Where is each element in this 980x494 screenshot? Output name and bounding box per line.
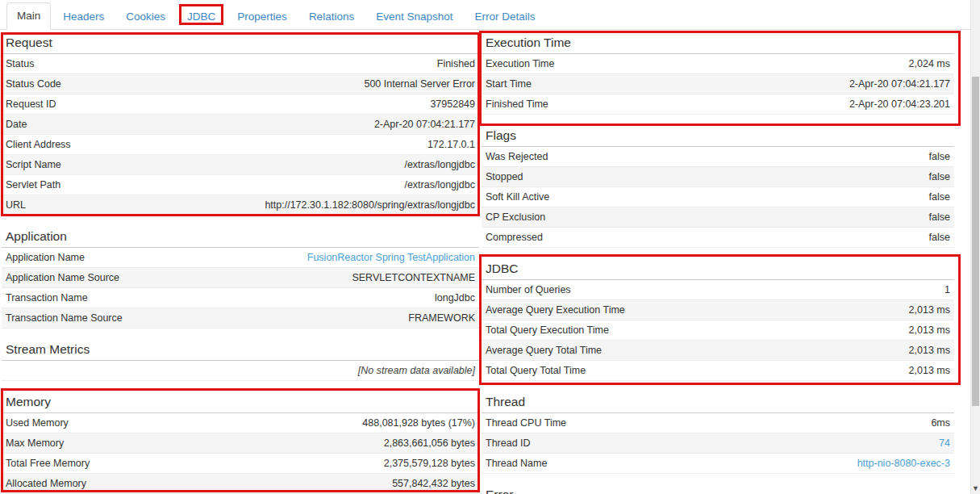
row-label: CP Exclusion xyxy=(486,211,545,223)
row-label: Soft Kill Active xyxy=(486,191,549,203)
execution-time-row-finished-time: Finished Time2-Apr-20 07:04:23.201 xyxy=(482,94,954,115)
row-label: Thread Name xyxy=(486,458,547,469)
row-value: false xyxy=(929,232,950,243)
row-value: 37952849 xyxy=(430,98,475,110)
row-label: Application Name Source xyxy=(6,272,119,283)
row-value: 2,013 ms xyxy=(909,345,950,356)
application-row-transaction-name-source: Transaction Name SourceFRAMEWORK xyxy=(2,308,479,329)
request-row-status: StatusFinished xyxy=(2,54,479,74)
row-value: 2,375,579,128 bytes xyxy=(384,458,475,469)
row-label: Thread CPU Time xyxy=(486,417,566,429)
right-column: Execution TimeExecution Time2,024 msStar… xyxy=(482,35,954,494)
row-value: 2,013 ms xyxy=(909,304,950,316)
section-title-flags: Flags xyxy=(482,128,954,147)
left-column: RequestStatusFinishedStatus Code500 Inte… xyxy=(2,35,479,494)
row-label: Compressed xyxy=(486,232,543,243)
row-label: Total Query Execution Time xyxy=(486,324,609,336)
row-value: false xyxy=(929,151,950,162)
row-value: longJdbc xyxy=(435,292,475,304)
row-label: Transaction Name xyxy=(6,292,88,304)
tab-main[interactable]: Main xyxy=(6,2,51,30)
row-label: Finished Time xyxy=(486,98,548,110)
request-row-request-id: Request ID37952849 xyxy=(2,94,479,115)
row-value: /extras/longjdbc xyxy=(404,179,475,190)
row-label: Number of Queries xyxy=(486,284,571,295)
jdbc-row-total-query-execution-time: Total Query Execution Time2,013 ms xyxy=(482,320,954,341)
row-value: false xyxy=(929,211,950,223)
section-stream-metrics: Stream Metrics[No stream data available] xyxy=(2,341,479,381)
row-value: /extras/longjdbc xyxy=(404,159,475,170)
request-row-status-code: Status Code500 Internal Server Error xyxy=(2,74,479,94)
row-value: FRAMEWORK xyxy=(408,312,475,324)
section-title-stream-metrics: Stream Metrics xyxy=(2,341,479,361)
row-label: Script Name xyxy=(6,159,61,170)
row-label: Allocated Memory xyxy=(6,478,86,489)
row-value-link[interactable]: FusionReactor Spring TestApplication xyxy=(307,252,475,263)
row-label: Was Rejected xyxy=(486,151,548,162)
tab-headers[interactable]: Headers xyxy=(53,4,114,30)
vertical-scrollbar[interactable]: ▼ xyxy=(970,0,980,494)
row-value: Finished xyxy=(437,58,475,69)
row-label: Max Memory xyxy=(6,437,64,449)
memory-row-total-free-memory: Total Free Memory2,375,579,128 bytes xyxy=(2,454,479,474)
scrollbar-thumb[interactable] xyxy=(972,77,979,406)
flags-row-compressed: Compressedfalse xyxy=(482,228,954,248)
tab-bar: MainHeadersCookiesJDBCPropertiesRelation… xyxy=(0,0,980,30)
row-value: false xyxy=(929,191,950,203)
section-title-thread: Thread xyxy=(482,394,954,413)
row-label: Application Name xyxy=(6,252,85,263)
row-value: 557,842,432 bytes xyxy=(392,478,475,489)
row-value: SERVLETCONTEXTNAME xyxy=(352,272,475,283)
row-value: false xyxy=(929,171,950,182)
row-value: 488,081,928 bytes (17%) xyxy=(362,417,475,429)
row-value-link[interactable]: 74 xyxy=(939,437,950,449)
tab-relations[interactable]: Relations xyxy=(299,4,364,30)
jdbc-row-number-of-queries: Number of Queries1 xyxy=(482,280,954,300)
section-execution-time: Execution TimeExecution Time2,024 msStar… xyxy=(482,35,954,115)
application-row-application-name-source: Application Name SourceSERVLETCONTEXTNAM… xyxy=(2,268,479,288)
row-label: Average Query Total Time xyxy=(486,345,602,356)
section-title-execution-time: Execution Time xyxy=(482,35,954,54)
row-value: 172.17.0.1 xyxy=(427,139,475,150)
section-thread: ThreadThread CPU Time6msThread ID74Threa… xyxy=(482,394,954,474)
flags-row-was-rejected: Was Rejectedfalse xyxy=(482,147,954,167)
row-value: http://172.30.1.182:8080/spring/extras/l… xyxy=(265,199,475,211)
section-title-jdbc: JDBC xyxy=(482,261,954,280)
flags-row-cp-exclusion: CP Exclusionfalse xyxy=(482,207,954,228)
section-application: ApplicationApplication NameFusionReactor… xyxy=(2,228,479,329)
tab-error-details[interactable]: Error Details xyxy=(465,4,544,30)
row-label: Stopped xyxy=(486,171,523,182)
row-value: 2-Apr-20 07:04:23.201 xyxy=(849,98,950,110)
jdbc-row-total-query-total-time: Total Query Total Time2,013 ms xyxy=(482,361,954,381)
row-label: Date xyxy=(6,119,27,130)
memory-row-used-memory: Used Memory488,081,928 bytes (17%) xyxy=(2,413,479,433)
row-value: 2,024 ms xyxy=(909,58,950,69)
row-value: 2,863,661,056 bytes xyxy=(384,437,475,449)
row-value: 2-Apr-20 07:04:21.177 xyxy=(849,78,950,90)
section-request: RequestStatusFinishedStatus Code500 Inte… xyxy=(2,35,479,216)
section-title-error: Error xyxy=(482,487,954,494)
tab-event-snapshot[interactable]: Event Snapshot xyxy=(366,4,462,30)
section-flags: FlagsWas RejectedfalseStoppedfalseSoft K… xyxy=(482,128,954,248)
stream-metrics-row-0: [No stream data available] xyxy=(2,361,479,381)
row-value-link[interactable]: http-nio-8080-exec-3 xyxy=(857,458,950,469)
section-error: Error xyxy=(482,487,954,494)
tab-jdbc[interactable]: JDBC xyxy=(177,4,225,30)
row-label: Servlet Path xyxy=(6,179,60,190)
tab-properties[interactable]: Properties xyxy=(227,4,297,30)
row-value: 2-Apr-20 07:04:21.177 xyxy=(374,119,475,130)
jdbc-row-average-query-total-time: Average Query Total Time2,013 ms xyxy=(482,341,954,361)
row-label: Status Code xyxy=(6,78,61,90)
tab-cookies[interactable]: Cookies xyxy=(116,4,175,30)
flags-row-stopped: Stoppedfalse xyxy=(482,167,954,187)
row-value: [No stream data available] xyxy=(358,365,475,376)
application-row-application-name: Application NameFusionReactor Spring Tes… xyxy=(2,248,479,268)
scroll-down-arrow-icon[interactable]: ▼ xyxy=(971,483,980,494)
row-label: Transaction Name Source xyxy=(6,312,123,324)
request-row-client-address: Client Address172.17.0.1 xyxy=(2,135,479,155)
section-title-request: Request xyxy=(2,35,479,54)
thread-row-thread-cpu-time: Thread CPU Time6ms xyxy=(482,413,954,433)
row-value: 2,013 ms xyxy=(909,365,950,376)
row-value: 500 Internal Server Error xyxy=(364,78,475,90)
row-label: Start Time xyxy=(486,78,532,90)
